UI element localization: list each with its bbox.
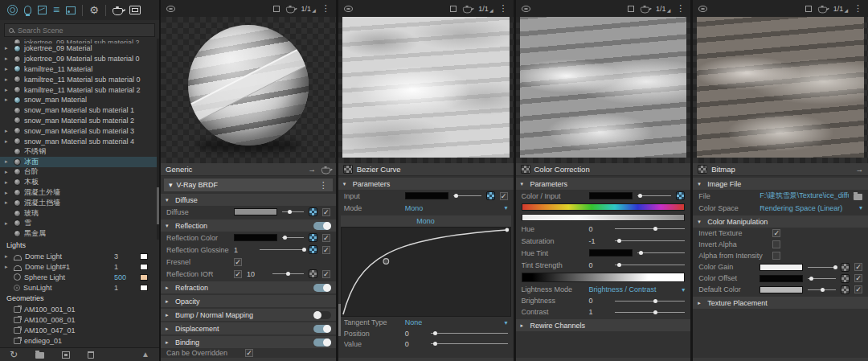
tree-item[interactable]: ▸木板: [0, 177, 159, 187]
light-color-swatch[interactable]: [140, 274, 148, 281]
jump-arrow-icon[interactable]: →: [856, 165, 864, 174]
textures-icon[interactable]: [66, 6, 76, 14]
color-offset-checkbox[interactable]: ✓: [854, 274, 862, 282]
geometry-icon[interactable]: [38, 6, 47, 14]
caret-down-icon[interactable]: ▾: [698, 219, 703, 225]
caret-right-icon[interactable]: ▸: [166, 298, 171, 305]
color-space-value[interactable]: Rendering Space (Linear): [760, 204, 842, 212]
caret-right-icon[interactable]: ▸: [5, 54, 10, 64]
caret-right-icon[interactable]: ▸: [5, 126, 10, 136]
contrast-slider[interactable]: [615, 309, 686, 316]
caret-right-icon[interactable]: ▸: [5, 178, 10, 187]
default-color-map-icon[interactable]: [841, 285, 850, 294]
section-bump[interactable]: ▸Bump / Normal Mapping: [161, 309, 336, 321]
color-offset-swatch[interactable]: [760, 275, 803, 282]
tree-item[interactable]: snow_man Material sub material 2: [0, 116, 159, 126]
chevron-down-icon[interactable]: ▾: [682, 286, 685, 293]
browse-folder-icon[interactable]: [854, 194, 862, 200]
menu-dots-icon[interactable]: ⋮: [319, 180, 328, 191]
value-value[interactable]: 0: [405, 340, 426, 348]
can-be-overridden-checkbox[interactable]: ✓: [245, 349, 253, 357]
brightness-slider[interactable]: [615, 297, 686, 305]
page-indicator[interactable]: 1/1◢: [301, 5, 316, 13]
color-gain-swatch[interactable]: [760, 264, 803, 271]
input-slider[interactable]: [453, 192, 481, 199]
light-row[interactable]: SunLight1: [0, 282, 159, 293]
caret-down-icon[interactable]: ▾: [343, 181, 349, 187]
light-row[interactable]: Sphere Light500: [0, 272, 159, 282]
caret-right-icon[interactable]: ▸: [521, 322, 526, 329]
caret-down-icon[interactable]: ▾: [521, 181, 526, 187]
tree-item[interactable]: ▸混凝土外墙: [0, 187, 159, 198]
bezier-curve-editor[interactable]: [341, 227, 511, 317]
tangent-type-value[interactable]: None: [405, 318, 423, 326]
position-value[interactable]: 0: [405, 330, 426, 338]
settings-gear-icon[interactable]: ⚙: [89, 5, 99, 15]
texture-preview[interactable]: [338, 17, 514, 163]
tangent-type-row[interactable]: Tangent Type None ▾: [338, 317, 514, 328]
tree-item-selected[interactable]: ▸冰面: [0, 157, 159, 167]
refraction-toggle[interactable]: [313, 284, 331, 292]
scene-tree[interactable]: jokertree_09 Material sub material 2 ▸jo…: [0, 39, 159, 240]
brightness-value[interactable]: 0: [589, 297, 610, 305]
tree-item[interactable]: snow_man Material sub material 1: [0, 105, 159, 116]
tint-strength-value[interactable]: 0: [589, 261, 610, 269]
hue-tint-slider[interactable]: [637, 249, 686, 256]
tree-item[interactable]: ▸混凝土挡墙: [0, 198, 159, 208]
hue-value[interactable]: 0: [589, 225, 610, 233]
delete-icon[interactable]: [88, 351, 94, 359]
tree-item[interactable]: ▸雪: [0, 219, 159, 229]
caret-right-icon[interactable]: ▸: [5, 157, 10, 166]
square-icon[interactable]: [628, 6, 634, 12]
invert-alpha-checkbox[interactable]: [772, 240, 780, 248]
bump-toggle[interactable]: [313, 311, 331, 319]
input-map-icon[interactable]: [486, 191, 495, 200]
tree-item[interactable]: ▸jokertree_09 Material sub material 0: [0, 54, 159, 64]
reflection-color-swatch[interactable]: [234, 234, 277, 241]
caret-right-icon[interactable]: ▸: [166, 312, 171, 318]
reflection-color-map-icon[interactable]: [309, 233, 317, 242]
hue-spectrum-bar[interactable]: [522, 203, 686, 211]
fresnel-checkbox[interactable]: ✓: [234, 258, 242, 266]
reflection-ior-enable-checkbox[interactable]: ✓: [234, 270, 242, 278]
reflection-glossiness-map-icon[interactable]: [309, 245, 317, 254]
default-color-swatch[interactable]: [760, 286, 803, 293]
caret-down-icon[interactable]: ▾: [169, 181, 173, 189]
caret-down-icon[interactable]: ▾: [698, 181, 703, 187]
eye-icon[interactable]: [344, 6, 353, 12]
teapot-icon[interactable]: [321, 167, 330, 174]
render-teapot-icon[interactable]: [113, 8, 123, 15]
caret-right-icon[interactable]: ▸: [5, 43, 10, 53]
section-rewire-channels[interactable]: ▸Rewire Channels: [516, 319, 691, 331]
chevron-down-icon[interactable]: ▾: [859, 204, 862, 211]
section-reflection[interactable]: ▾Reflection: [161, 219, 336, 232]
input-checkbox[interactable]: ✓: [500, 192, 508, 200]
caret-down-icon[interactable]: ▾: [166, 197, 171, 203]
menu-dots-icon[interactable]: ⋮: [321, 3, 330, 14]
input-color-swatch[interactable]: [405, 192, 448, 199]
default-color-checkbox[interactable]: ✓: [854, 285, 862, 293]
reflection-glossiness-value[interactable]: 1: [234, 246, 255, 254]
color-offset-slider[interactable]: [808, 275, 836, 282]
menu-dots-icon[interactable]: ⋮: [499, 3, 508, 14]
square-icon[interactable]: [450, 6, 457, 12]
curve-end-point[interactable]: [505, 228, 509, 232]
default-color-slider[interactable]: [808, 286, 836, 293]
lightness-mode-row[interactable]: Lightness Mode Brightness / Contrast ▾: [516, 284, 691, 295]
reflection-ior-value[interactable]: 10: [247, 270, 268, 278]
color-input-map-icon[interactable]: [676, 191, 685, 200]
color-gain-slider[interactable]: [808, 264, 836, 271]
caret-right-icon[interactable]: ▸: [5, 219, 10, 228]
tree-item[interactable]: ▸jokertree_09 Material: [0, 43, 159, 54]
contrast-value[interactable]: 1: [589, 308, 610, 316]
value-slider[interactable]: [431, 340, 508, 347]
mode-row[interactable]: Mode Mono ▾: [338, 202, 514, 214]
diffuse-checkbox[interactable]: ✓: [322, 208, 330, 216]
tree-item[interactable]: jokertree_09 Material sub material 2: [0, 39, 159, 43]
lights-icon[interactable]: [24, 6, 31, 14]
lightness-gradient-bar[interactable]: [522, 273, 686, 282]
caret-right-icon[interactable]: ▸: [5, 75, 10, 84]
file-path-value[interactable]: F:\建筑雪景\Texture\ice_diffuse_4k.jpg: [760, 191, 849, 201]
displacement-toggle[interactable]: [313, 325, 331, 333]
square-icon[interactable]: [805, 6, 812, 12]
